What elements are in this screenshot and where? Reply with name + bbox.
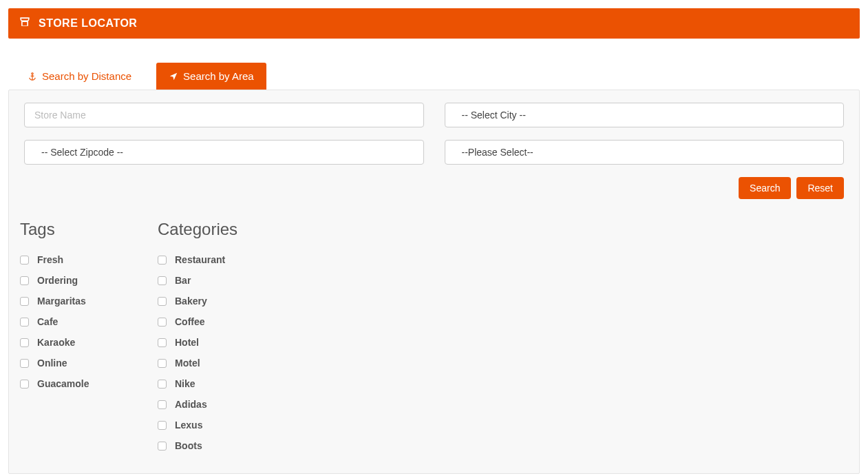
store-icon — [18, 15, 32, 32]
category-item[interactable]: Restaurant — [158, 254, 254, 265]
tags-column: Tags FreshOrderingMargaritasCafeKaraokeO… — [20, 220, 116, 461]
tags-heading: Tags — [20, 220, 116, 239]
tab-area-label: Search by Area — [183, 70, 254, 82]
category-label: Lexus — [175, 420, 202, 431]
category-item[interactable]: Nike — [158, 378, 254, 389]
store-name-input[interactable] — [24, 103, 424, 127]
category-checkbox[interactable] — [158, 380, 167, 389]
category-label: Restaurant — [175, 254, 225, 265]
category-checkbox[interactable] — [158, 421, 167, 430]
tag-label: Online — [37, 358, 67, 369]
tag-label: Cafe — [37, 316, 58, 327]
category-item[interactable]: Lexus — [158, 420, 254, 431]
filter-section: Tags FreshOrderingMargaritasCafeKaraokeO… — [20, 220, 844, 461]
page-title: STORE LOCATOR — [39, 17, 137, 30]
category-label: Coffee — [175, 316, 205, 327]
category-item[interactable]: Hotel — [158, 337, 254, 348]
category-item[interactable]: Bakery — [158, 296, 254, 307]
tag-checkbox[interactable] — [20, 318, 29, 327]
categories-column: Categories RestaurantBarBakeryCoffeeHote… — [158, 220, 254, 461]
form-row-1: -- Select City -- — [24, 103, 844, 127]
tab-search-by-area[interactable]: Search by Area — [156, 63, 266, 90]
tag-item[interactable]: Karaoke — [20, 337, 116, 348]
category-checkbox[interactable] — [158, 276, 167, 285]
category-checkbox[interactable] — [158, 400, 167, 409]
tag-checkbox[interactable] — [20, 338, 29, 347]
tag-label: Fresh — [37, 254, 63, 265]
form-row-2: -- Select Zipcode -- --Please Select-- — [24, 140, 844, 165]
city-select[interactable]: -- Select City -- — [445, 103, 845, 127]
category-label: Bakery — [175, 296, 207, 307]
anchor-icon — [28, 72, 37, 81]
search-tabs: Search by Distance Search by Area — [8, 63, 860, 90]
tag-item[interactable]: Online — [20, 358, 116, 369]
category-item[interactable]: Boots — [158, 440, 254, 451]
category-checkbox[interactable] — [158, 338, 167, 347]
tag-label: Ordering — [37, 275, 78, 286]
tag-item[interactable]: Margaritas — [20, 296, 116, 307]
tag-label: Margaritas — [37, 296, 86, 307]
search-panel: -- Select City -- -- Select Zipcode -- -… — [8, 90, 860, 474]
search-button[interactable]: Search — [739, 177, 791, 199]
zipcode-select[interactable]: -- Select Zipcode -- — [24, 140, 424, 165]
location-arrow-icon — [169, 72, 178, 81]
tag-label: Guacamole — [37, 378, 89, 389]
tab-distance-label: Search by Distance — [42, 70, 131, 82]
tag-checkbox[interactable] — [20, 276, 29, 285]
category-item[interactable]: Bar — [158, 275, 254, 286]
tag-checkbox[interactable] — [20, 359, 29, 368]
tag-checkbox[interactable] — [20, 256, 29, 265]
category-label: Adidas — [175, 399, 207, 410]
tag-item[interactable]: Cafe — [20, 316, 116, 327]
page-header: STORE LOCATOR — [8, 8, 860, 39]
category-checkbox[interactable] — [158, 256, 167, 265]
tag-item[interactable]: Guacamole — [20, 378, 116, 389]
tag-checkbox[interactable] — [20, 297, 29, 306]
tag-item[interactable]: Fresh — [20, 254, 116, 265]
tab-search-by-distance[interactable]: Search by Distance — [15, 63, 144, 90]
category-label: Nike — [175, 378, 195, 389]
tag-item[interactable]: Ordering — [20, 275, 116, 286]
action-buttons: Search Reset — [24, 177, 844, 199]
category-item[interactable]: Adidas — [158, 399, 254, 410]
category-item[interactable]: Coffee — [158, 316, 254, 327]
category-checkbox[interactable] — [158, 442, 167, 451]
category-label: Boots — [175, 440, 202, 451]
category-item[interactable]: Motel — [158, 358, 254, 369]
category-checkbox[interactable] — [158, 318, 167, 327]
tag-checkbox[interactable] — [20, 380, 29, 389]
categories-heading: Categories — [158, 220, 254, 239]
category-label: Bar — [175, 275, 191, 286]
category-checkbox[interactable] — [158, 297, 167, 306]
tag-label: Karaoke — [37, 337, 75, 348]
reset-button[interactable]: Reset — [796, 177, 844, 199]
category-label: Motel — [175, 358, 200, 369]
category-checkbox[interactable] — [158, 359, 167, 368]
generic-select[interactable]: --Please Select-- — [445, 140, 845, 165]
category-label: Hotel — [175, 337, 199, 348]
